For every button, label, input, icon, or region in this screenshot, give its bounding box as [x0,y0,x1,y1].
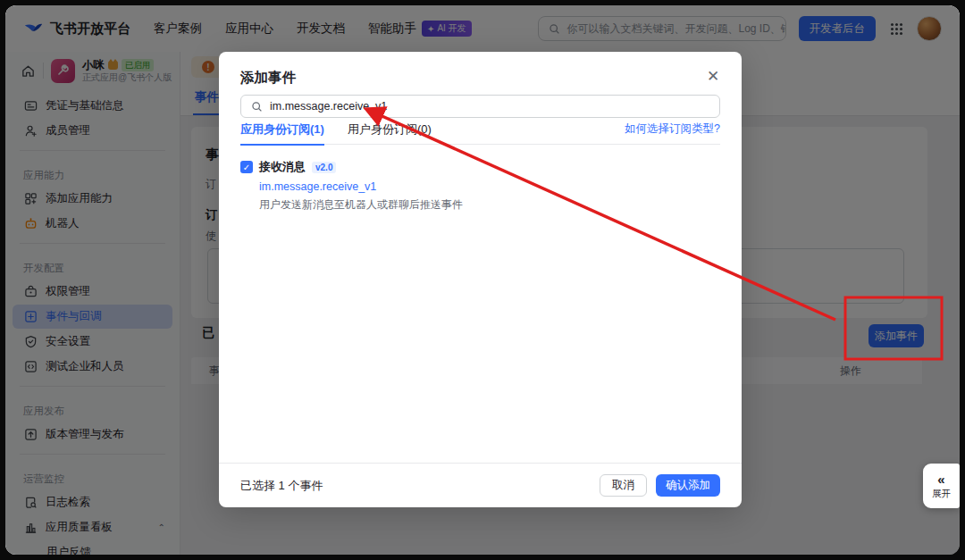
modal-title: 添加事件 [240,69,296,88]
modal-tabs: 应用身份订阅(1) 用户身份订阅(0) 如何选择订阅类型? [240,121,720,145]
event-name: 接收消息 [259,159,306,175]
tab-user-subscription[interactable]: 用户身份订阅(0) [348,121,432,144]
event-version-badge: v2.0 [312,162,336,173]
confirm-add-button[interactable]: 确认添加 [656,474,720,497]
event-list-item: ✓ 接收消息 v2.0 im.message.receive_v1 用户发送新消… [240,159,463,213]
browser-window: 飞书开放平台 客户案例 应用中心 开发文档 智能助手 ✦AI 开发 你可以输入文… [5,5,960,555]
event-search-input[interactable]: im.message.receive_v1 [240,95,720,118]
expand-label: 展开 [932,488,951,500]
event-description: 用户发送新消息至机器人或群聊后推送事件 [259,197,463,213]
screenshot-stage: 飞书开放平台 客户案例 应用中心 开发文档 智能助手 ✦AI 开发 你可以输入文… [0,0,965,560]
event-id-link[interactable]: im.message.receive_v1 [259,180,463,193]
event-search-value: im.message.receive_v1 [270,100,387,113]
expand-widget[interactable]: « 展开 [923,464,960,508]
search-icon [249,99,264,113]
add-event-modal: 添加事件 ✕ im.message.receive_v1 应用身份订阅(1) 用… [219,52,742,507]
subscription-type-help-link[interactable]: 如何选择订阅类型? [625,121,720,137]
selected-count-text: 已选择 1 个事件 [240,478,323,494]
collapse-double-chevron-icon: « [937,472,944,486]
modal-footer: 已选择 1 个事件 取消 确认添加 [219,463,742,507]
event-checkbox-checked[interactable]: ✓ [240,161,253,173]
close-icon[interactable]: ✕ [702,65,724,87]
tab-app-subscription[interactable]: 应用身份订阅(1) [240,121,324,146]
cancel-button[interactable]: 取消 [600,474,647,497]
